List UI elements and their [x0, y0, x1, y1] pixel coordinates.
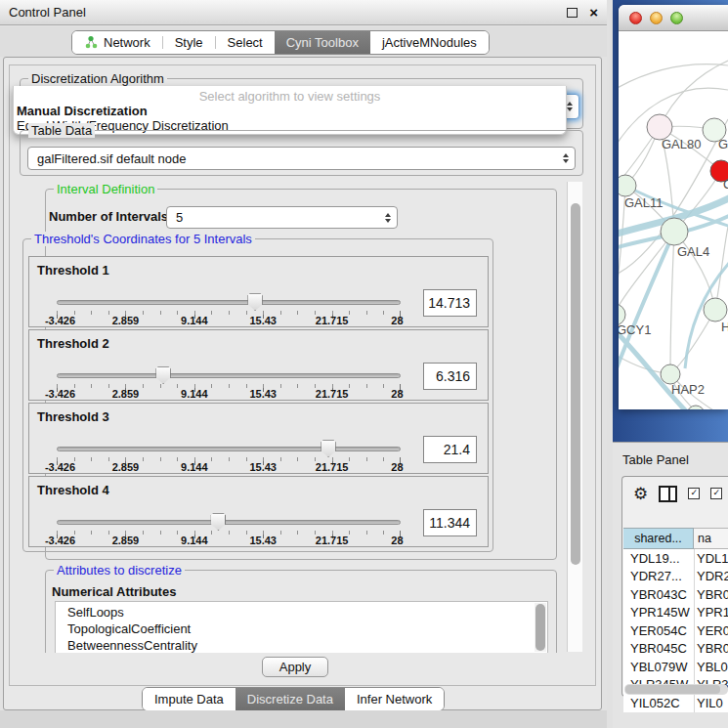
table-hscrollbar[interactable]	[624, 684, 728, 695]
table-row[interactable]: YPR145WYPR1	[623, 604, 728, 622]
cell: YBL079W	[623, 660, 694, 674]
tick-label: 28	[391, 461, 403, 473]
cell: YIL0	[694, 696, 728, 710]
tick-label: -3.426	[45, 315, 75, 326]
table-header-row: shared... na	[623, 528, 728, 549]
cell: YDR27...	[623, 569, 694, 583]
threshold-4-slider[interactable]	[57, 512, 401, 529]
float-window-icon[interactable]	[567, 8, 578, 18]
table-data-combobox[interactable]: galFiltered.sif default node	[27, 147, 576, 170]
cell: YBR045C	[623, 641, 694, 656]
number-of-intervals-label: Number of Intervals	[49, 209, 168, 224]
slider-thumb[interactable]	[321, 440, 336, 457]
node-label: GA	[718, 137, 728, 151]
slider-track[interactable]	[57, 520, 401, 525]
threshold-1-slider[interactable]	[57, 292, 401, 309]
column-header-name[interactable]: na	[694, 528, 728, 549]
network-window-titlebar	[619, 5, 728, 31]
cell: YDL19...	[623, 551, 694, 566]
split-columns-icon[interactable]	[659, 486, 677, 502]
column-header-shared-name[interactable]: shared...	[623, 528, 694, 549]
slider-tick-labels: -3.426 2.859 9.144 15.43 21.715 28	[57, 315, 401, 326]
cell: YDR2	[694, 569, 728, 583]
attributes-group: Attributes to discretize Numerical Attri…	[45, 570, 557, 653]
network-node	[687, 406, 705, 409]
node-label: GAL11	[624, 195, 664, 210]
threshold-2-label: Threshold 2	[37, 336, 109, 351]
main-scrollbar[interactable]	[567, 182, 582, 652]
threshold-3-slider[interactable]	[57, 439, 401, 455]
top-tabgroup: Network Style Select Cyni Toolbox jActiv…	[71, 30, 490, 55]
combo-stepper-icon	[567, 102, 578, 111]
table-row[interactable]: YBR043CYBR0	[623, 585, 728, 604]
tick-label: 2.859	[112, 388, 140, 400]
tab-impute-data-label: Impute Data	[154, 692, 224, 707]
threshold-1-value-field[interactable]: 14.713	[423, 289, 477, 317]
threshold-1-label: Threshold 1	[37, 263, 109, 278]
slider-track[interactable]	[57, 373, 401, 378]
slider-track[interactable]	[57, 300, 401, 305]
slider-track[interactable]	[57, 447, 401, 451]
threshold-2-slider[interactable]	[57, 365, 401, 382]
tab-network[interactable]: Network	[72, 31, 162, 54]
threshold-4-box: Threshold 4 -3.426 2.859 9.144 15.43 21.…	[28, 476, 489, 547]
tab-jactivemnodules[interactable]: jActiveMNodules	[370, 31, 489, 54]
threshold-4-value-field[interactable]: 11.344	[423, 509, 477, 536]
node-label: GAL4	[677, 244, 709, 259]
tab-select-label: Select	[228, 35, 263, 50]
cell: YPR1	[694, 605, 728, 620]
table-row[interactable]: YBR045CYBR0	[623, 640, 728, 659]
tick-label: -3.426	[45, 461, 75, 473]
tick-label: 15.43	[249, 388, 277, 400]
mac-zoom-icon[interactable]	[670, 12, 683, 24]
threshold-2-box: Threshold 2 -3.426 2.859 9.144 15.43 21.…	[28, 329, 489, 401]
attributes-group-label: Attributes to discretize	[54, 563, 185, 578]
network-canvas[interactable]: GAL80 GAL11 GAL4 GCY1 HAP2 GA C H	[619, 31, 728, 409]
mac-close-icon[interactable]	[629, 12, 642, 24]
tab-style-label: Style	[175, 35, 203, 50]
scrollbar-thumb[interactable]	[625, 685, 720, 694]
gear-icon[interactable]: ⚙	[633, 486, 648, 502]
table-row[interactable]: YDL19...YDL1	[623, 549, 728, 568]
mac-minimize-icon[interactable]	[650, 12, 663, 24]
tab-cyni-toolbox[interactable]: Cyni Toolbox	[275, 31, 370, 54]
table-row[interactable]: YBL079WYBL0	[623, 658, 728, 676]
table-row[interactable]: YIL052CYIL0	[623, 694, 728, 712]
slider-thumb[interactable]	[155, 366, 171, 384]
network-view-window[interactable]: GAL80 GAL11 GAL4 GCY1 HAP2 GA C H	[619, 5, 728, 409]
apply-button[interactable]: Apply	[262, 657, 328, 677]
tab-discretize-data[interactable]: Discretize Data	[236, 688, 345, 710]
checkbox-icon[interactable]: ✓	[688, 488, 700, 499]
tab-style[interactable]: Style	[163, 31, 215, 54]
network-node	[661, 364, 680, 384]
tab-impute-data[interactable]: Impute Data	[143, 688, 236, 710]
slider-thumb[interactable]	[210, 513, 226, 531]
list-item[interactable]: TopologicalCoefficient	[56, 621, 547, 637]
threshold-3-value-field[interactable]: 21.4	[423, 436, 477, 463]
threshold-1-box: Threshold 1 -3.426 2.859 9.144 15.43 21.…	[28, 256, 489, 327]
close-icon[interactable]: ×	[589, 6, 598, 20]
cell: YER054C	[623, 623, 694, 638]
tab-select[interactable]: Select	[216, 31, 275, 54]
list-item[interactable]: SelfLoops	[56, 602, 547, 621]
table-row[interactable]: YDR27...YDR2	[623, 568, 728, 586]
tab-infer-network[interactable]: Infer Network	[345, 688, 444, 710]
tick-label: -3.426	[45, 388, 75, 400]
node-label: GAL80	[662, 137, 701, 151]
cell: YER0	[694, 623, 728, 638]
cell: YBR0	[694, 587, 728, 602]
list-scrollbar[interactable]	[535, 603, 546, 652]
numerical-attributes-list[interactable]: SelfLoops TopologicalCoefficient Between…	[55, 601, 548, 653]
list-item[interactable]: BetweennessCentrality	[56, 637, 547, 653]
dropdown-hint-item[interactable]: Select algorithm to view settings	[14, 89, 566, 104]
checkbox-icon[interactable]: ✓	[710, 488, 722, 499]
table-row[interactable]: YER054CYER0	[623, 621, 728, 640]
slider-thumb[interactable]	[247, 293, 263, 311]
scrollbar-thumb[interactable]	[571, 203, 580, 565]
number-of-intervals-combobox[interactable]: 5	[166, 206, 398, 229]
dropdown-option-manual[interactable]: Manual Discretization	[17, 104, 148, 118]
thresholds-group: Threshold's Coordinates for 5 Intervals …	[22, 238, 493, 552]
threshold-2-value-field[interactable]: 6.316	[423, 363, 477, 390]
bottom-tabgroup: Impute Data Discretize Data Infer Networ…	[142, 687, 445, 711]
combo-stepper-icon	[385, 213, 397, 223]
